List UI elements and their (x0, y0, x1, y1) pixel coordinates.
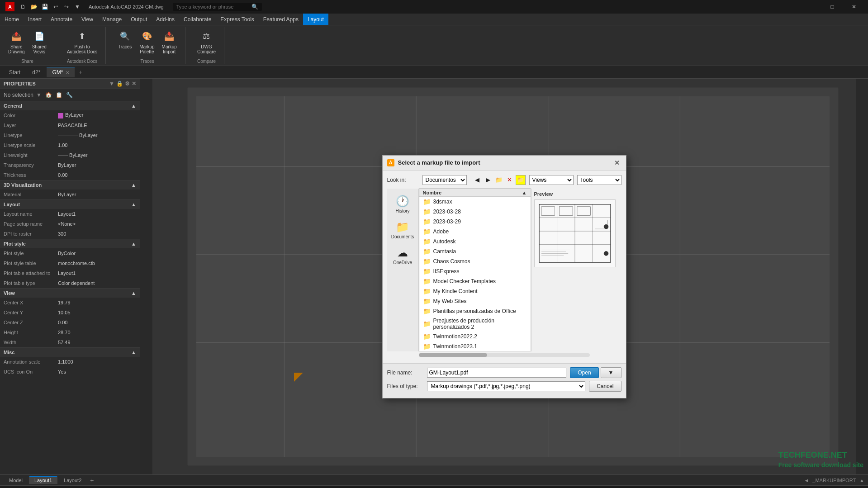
section-plot-collapse[interactable]: ▲ (131, 241, 136, 246)
nav-back-icon[interactable]: ◀ (472, 175, 482, 185)
menubar-item-featured apps[interactable]: Featured Apps (259, 14, 303, 25)
tab-gm[interactable]: GM* ✕ (47, 67, 75, 77)
list-item[interactable]: 📁 3dsmax (419, 197, 531, 207)
open-button[interactable]: Open (570, 367, 598, 378)
menubar-item-output[interactable]: Output (126, 14, 152, 25)
menubar-item-manage[interactable]: Manage (98, 14, 126, 25)
menubar-item-annotate[interactable]: Annotate (46, 14, 77, 25)
prop-btn-settings[interactable]: ⚙ (125, 81, 130, 87)
nav-documents[interactable]: 📁 Documents (389, 218, 416, 242)
prop-ucs-icon-value: Yes (58, 369, 136, 374)
list-item[interactable]: 📁 Autodesk (419, 237, 531, 246)
qat-new[interactable]: 🗋 (18, 2, 28, 12)
add-tab-button[interactable]: + (76, 67, 85, 77)
qat-redo[interactable]: ↪ (62, 2, 71, 12)
qat-save[interactable]: 💾 (40, 2, 50, 12)
list-item[interactable]: 📁 Camtasia (419, 246, 531, 256)
list-item[interactable]: 📁 My Kindle Content (419, 286, 531, 296)
tab-d2[interactable]: d2* (27, 67, 46, 77)
section-3d-header[interactable]: 3D Visualization ▲ (0, 180, 140, 190)
ribbon-dwg-compare[interactable]: ⚖ DWGCompare (194, 27, 218, 56)
scrollbar-thumb[interactable] (419, 353, 487, 357)
ribbon-markup-palette[interactable]: 🎨 MarkupPalette (137, 27, 157, 56)
section-general-header[interactable]: General ▲ (0, 101, 140, 110)
list-item[interactable]: 📁 2023-03-29 (419, 217, 531, 227)
tab-gm-close[interactable]: ✕ (66, 70, 69, 75)
search-input[interactable] (176, 4, 249, 9)
no-sel-dropdown[interactable]: ▼ (35, 91, 43, 99)
list-item[interactable]: 📁 2023-03-28 (419, 207, 531, 217)
ribbon-traces[interactable]: 🔍 Traces (115, 27, 135, 51)
qat-open[interactable]: 📂 (29, 2, 39, 12)
nav-delete-icon[interactable]: ✕ (505, 175, 515, 185)
quick-access-toolbar: A 🗋 📂 💾 ↩ ↪ ▼ (4, 2, 84, 12)
layout-tab-model[interactable]: Model (4, 477, 28, 484)
nav-up-icon[interactable]: 📁 (494, 175, 504, 185)
section-misc-header[interactable]: Misc ▲ (0, 348, 140, 357)
section-general-collapse[interactable]: ▲ (131, 103, 136, 109)
section-view-header[interactable]: View ▲ (0, 289, 140, 298)
dialog-title-left: A Select a markup file to import (387, 159, 480, 166)
list-item[interactable]: 📁 Preajustes de producción personalizado… (419, 316, 531, 332)
tools-select[interactable]: Tools (577, 175, 621, 185)
qat-undo[interactable]: ↩ (51, 2, 61, 12)
no-sel-btn1[interactable]: 🏠 (44, 91, 53, 99)
section-3d-collapse[interactable]: ▲ (131, 182, 136, 188)
look-in-select[interactable]: Documentos (422, 175, 467, 185)
prop-material-label: Material (4, 192, 58, 197)
folder-icon: 📁 (423, 333, 431, 340)
nav-new-folder-icon[interactable]: 📁 (516, 175, 526, 185)
list-item[interactable]: 📁 Model Checker Templates (419, 276, 531, 286)
ribbon-share-drawing[interactable]: 📤 ShareDrawing (5, 27, 28, 56)
tab-start[interactable]: Start (4, 67, 26, 77)
ribbon-shared-views[interactable]: 📄 SharedViews (29, 27, 49, 56)
files-of-type-select[interactable]: Markup drawings (*.pdf,*.jpg,*.jpeg,*.pn… (427, 381, 586, 391)
layout-tab-layout1[interactable]: Layout1 (29, 476, 57, 484)
list-item[interactable]: 📁 IISExpress (419, 266, 531, 276)
section-layout-header[interactable]: Layout ▲ (0, 200, 140, 209)
menubar-item-add-ins[interactable]: Add-ins (152, 14, 179, 25)
no-sel-btn3[interactable]: 🔧 (65, 91, 74, 99)
close-button[interactable]: ✕ (844, 0, 864, 14)
menubar-item-view[interactable]: View (77, 14, 98, 25)
section-view-collapse[interactable]: ▲ (131, 290, 136, 296)
list-item[interactable]: 📁 Twinmotion2022.2 (419, 332, 531, 341)
list-item[interactable]: 📁 Chaos Cosmos (419, 256, 531, 266)
add-layout-button[interactable]: + (88, 476, 96, 484)
section-plot-header[interactable]: Plot style ▲ (0, 239, 140, 248)
section-plot: Plot style ▲ Plot style ByColor Plot sty… (0, 239, 140, 289)
prop-btn-close[interactable]: ✕ (132, 81, 136, 87)
list-item[interactable]: 📁 Twinmotion2023.1 (419, 341, 531, 351)
dialog-close-button[interactable]: ✕ (612, 158, 621, 167)
cancel-button[interactable]: Cancel (589, 381, 621, 392)
no-sel-btn2[interactable]: 📋 (55, 91, 63, 99)
ribbon-markup-import[interactable]: 📥 MarkupImport (159, 27, 180, 56)
prop-height-label: Height (4, 330, 58, 335)
menubar-item-home[interactable]: Home (0, 14, 24, 25)
open-dropdown-button[interactable]: ▼ (601, 367, 621, 378)
section-misc-collapse[interactable]: ▲ (131, 350, 136, 355)
folder-icon: 📁 (423, 248, 431, 255)
prop-btn-filter[interactable]: ▼ (109, 81, 114, 87)
views-select[interactable]: Views (529, 175, 574, 185)
list-item[interactable]: 📁 My Web Sites (419, 296, 531, 306)
maximize-button[interactable]: □ (822, 0, 843, 14)
list-item[interactable]: 📁 Adobe (419, 227, 531, 237)
qat-more[interactable]: ▼ (72, 2, 82, 12)
section-layout-collapse[interactable]: ▲ (131, 202, 136, 207)
ribbon-push-docs[interactable]: ⬆ Push toAutodesk Docs (64, 27, 100, 56)
minimize-button[interactable]: ─ (800, 0, 821, 14)
nav-onedrive[interactable]: ☁ OneDrive (389, 244, 416, 268)
file-name-input[interactable] (427, 368, 567, 378)
layout-tab-layout2[interactable]: Layout2 (58, 477, 87, 484)
nav-history[interactable]: 🕐 History (389, 192, 416, 216)
menubar-item-layout[interactable]: Layout (303, 14, 328, 25)
menubar-item-express tools[interactable]: Express Tools (216, 14, 258, 25)
list-item[interactable]: 📁 Plantillas personalizadas de Office (419, 306, 531, 316)
menubar-item-insert[interactable]: Insert (24, 14, 46, 25)
search-icon[interactable]: 🔍 (251, 4, 258, 10)
nav-forward-icon[interactable]: ▶ (483, 175, 493, 185)
prop-btn-lock[interactable]: 🔒 (116, 81, 123, 87)
markupimport-collapse[interactable]: ▲ (859, 478, 864, 483)
menubar-item-collaborate[interactable]: Collaborate (179, 14, 216, 25)
